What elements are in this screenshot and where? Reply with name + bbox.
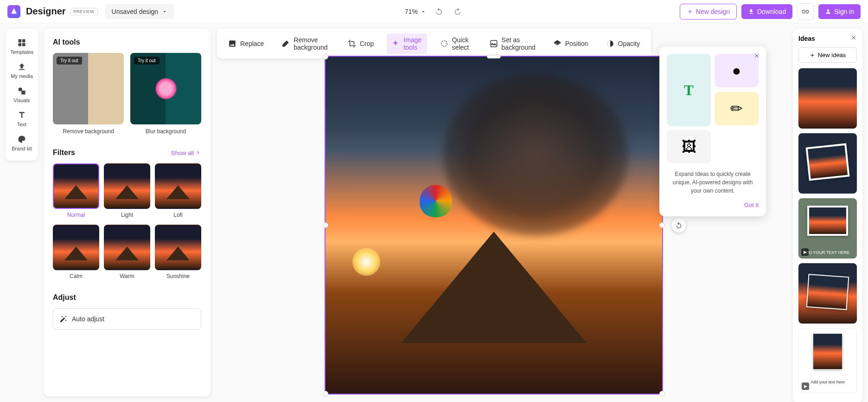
idea-thumb-5[interactable]: Add your text here ▶ — [798, 328, 857, 393]
chevron-down-icon — [421, 9, 426, 14]
canvas-image[interactable] — [325, 56, 663, 395]
plus-icon — [687, 8, 693, 15]
selection-handle-br[interactable] — [659, 391, 665, 396]
layers-icon — [553, 39, 562, 48]
rail-my-media-label: My media — [11, 73, 33, 79]
auto-adjust-button[interactable]: Auto adjust — [53, 308, 201, 330]
popover-tiles: T ● ✏ 🖼 — [667, 54, 759, 163]
wand-icon — [60, 315, 67, 323]
sparkle-icon — [391, 39, 400, 48]
ai-tool-blur-bg[interactable]: Try it out Blur background — [130, 53, 201, 135]
adjust-title: Adjust — [53, 293, 201, 302]
selection-handle-tl[interactable] — [323, 54, 328, 59]
sign-in-button[interactable]: Sign in — [818, 4, 861, 19]
zoom-dropdown[interactable]: 71% — [405, 8, 426, 15]
new-design-button[interactable]: New design — [680, 4, 737, 19]
tool-remove-bg[interactable]: Remove background — [277, 33, 335, 54]
canvas-toolbar: Replace Remove background Crop Image too… — [217, 29, 651, 58]
link-button[interactable] — [797, 3, 814, 20]
ai-tool-blur-bg-thumb: Try it out — [130, 53, 201, 124]
ai-tool-blur-bg-label: Blur background — [130, 128, 201, 135]
tool-set-bg[interactable]: Set as background — [485, 33, 540, 54]
filter-light-thumb — [104, 163, 150, 209]
idea-thumb-3[interactable]: DO YOUR TEXT HERE ▶ — [798, 198, 857, 259]
canvas-area[interactable] — [325, 56, 663, 395]
idea-thumb-2[interactable] — [798, 133, 857, 194]
ideas-close-button[interactable] — [850, 34, 857, 43]
filter-calm[interactable]: Calm — [53, 225, 99, 279]
tool-image-tools-label: Image tools — [403, 36, 422, 51]
ideas-title: Ideas — [798, 35, 815, 42]
svg-point-2 — [441, 41, 447, 46]
new-ideas-button[interactable]: New ideas — [798, 47, 857, 63]
filter-warm-thumb — [104, 225, 150, 270]
filter-calm-label: Calm — [53, 273, 99, 279]
opacity-icon — [606, 39, 614, 48]
rail-templates[interactable]: Templates — [6, 34, 38, 58]
eraser-icon — [281, 39, 290, 48]
filter-normal[interactable]: Normal — [53, 163, 99, 218]
app-logo — [7, 5, 20, 18]
undo-button[interactable] — [434, 6, 445, 17]
selection-handle-ml[interactable] — [323, 222, 328, 228]
palette-icon — [17, 135, 26, 144]
rail-visuals[interactable]: Visuals — [6, 83, 38, 107]
user-icon — [825, 8, 831, 15]
popover-close-button[interactable] — [752, 51, 761, 60]
tool-replace[interactable]: Replace — [223, 37, 268, 51]
rail-brand-kit[interactable]: Brand kit — [6, 131, 38, 155]
tool-crop[interactable]: Crop — [343, 37, 378, 51]
download-button[interactable]: Download — [741, 4, 792, 19]
tool-quick-select[interactable]: Quick select — [435, 33, 477, 54]
filter-warm-label: Warm — [104, 273, 150, 279]
selection-handle-tc[interactable] — [487, 55, 501, 58]
tool-crop-label: Crop — [360, 40, 374, 47]
filter-sunshine-thumb — [155, 225, 201, 270]
redo-button[interactable] — [452, 6, 463, 17]
show-all-filters[interactable]: Show all — [171, 149, 201, 156]
sign-in-label: Sign in — [834, 8, 854, 15]
rotate-handle[interactable] — [671, 218, 686, 233]
design-name-label: Unsaved design — [112, 8, 158, 15]
idea-thumb-4[interactable] — [798, 263, 857, 324]
close-icon — [850, 34, 857, 41]
download-label: Download — [757, 8, 786, 15]
zoom-value: 71% — [405, 8, 418, 15]
tool-remove-bg-label: Remove background — [294, 36, 330, 51]
header: Designer PREVIEW Unsaved design 71% New … — [0, 0, 868, 23]
idea-thumb-1[interactable] — [798, 68, 857, 129]
tool-position[interactable]: Position — [549, 37, 593, 51]
canvas-smoke — [443, 73, 628, 236]
filters-title: Filters — [53, 149, 75, 157]
canvas-sun — [352, 248, 380, 276]
try-it-out-tag: Try it out — [57, 57, 82, 65]
ai-tool-remove-bg[interactable]: Try it out Remove background — [53, 53, 124, 135]
design-name-dropdown[interactable]: Unsaved design — [105, 4, 174, 19]
filter-sunshine[interactable]: Sunshine — [155, 225, 201, 279]
svg-rect-3 — [491, 40, 497, 47]
tool-opacity[interactable]: Opacity — [601, 37, 645, 51]
filter-light-label: Light — [104, 212, 150, 218]
svg-rect-1 — [21, 91, 25, 94]
filter-normal-label: Normal — [53, 212, 99, 218]
filter-sunshine-label: Sunshine — [155, 273, 201, 279]
chevron-down-icon — [162, 9, 167, 14]
popover-got-it-button[interactable]: Got it — [744, 201, 759, 208]
crop-icon — [348, 39, 356, 48]
download-icon — [748, 8, 754, 15]
selection-handle-bl[interactable] — [323, 391, 328, 396]
rail-brand-kit-label: Brand kit — [12, 146, 32, 151]
rail-my-media[interactable]: My media — [6, 58, 38, 83]
tool-image-tools[interactable]: Image tools — [387, 33, 427, 54]
filter-lofi[interactable]: Lofi — [155, 163, 201, 218]
filter-light[interactable]: Light — [104, 163, 150, 218]
selection-handle-mr[interactable] — [659, 222, 665, 228]
ai-tools-title: AI tools — [53, 38, 201, 46]
rail-text[interactable]: Text — [6, 107, 38, 131]
tool-position-label: Position — [565, 40, 588, 47]
shapes-icon — [17, 86, 26, 96]
rotate-icon — [675, 221, 683, 229]
rail-text-label: Text — [17, 122, 26, 127]
show-all-label: Show all — [171, 149, 194, 156]
filter-warm[interactable]: Warm — [104, 225, 150, 279]
